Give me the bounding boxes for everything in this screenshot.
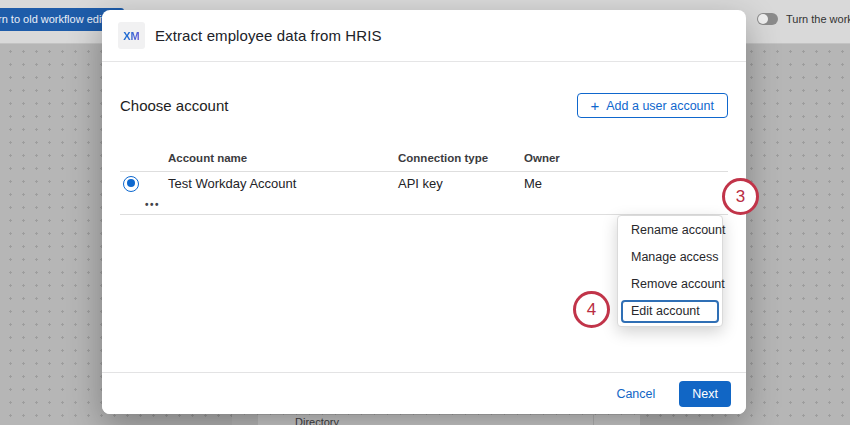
header-owner: Owner [524,152,728,164]
plus-icon: + [591,98,600,113]
directory-label: Directory [295,416,339,425]
annotation-step-4: 4 [573,291,610,328]
xm-logo: XM [118,22,145,49]
modal-title: Extract employee data from HRIS [155,27,382,44]
menu-item-rename-account[interactable]: Rename account [618,217,722,244]
menu-item-edit-account[interactable]: Edit account [621,300,719,323]
table-row[interactable]: Test Workday Account API key Me••• [120,172,728,215]
background-panel-fragment [232,415,258,425]
header-account-name: Account name [168,152,398,164]
extract-hris-modal: XM Extract employee data from HRIS Choos… [102,10,746,414]
accounts-table: Account name Connection type Owner Test … [120,144,728,215]
workflow-toggle[interactable] [757,13,778,25]
background-directory-panel: Directory [258,415,640,425]
cell-owner: Me [524,176,728,191]
add-user-account-label: Add a user account [606,99,714,113]
cell-connection-type: API key [398,176,524,191]
xm-logo-text: XM [123,30,140,42]
cell-account-name: Test Workday Account [168,176,398,191]
annotation-step-3: 3 [722,178,759,215]
row-more-options-button[interactable]: ••• [145,199,160,210]
add-user-account-button[interactable]: + Add a user account [577,93,728,118]
modal-body: Choose account + Add a user account Acco… [102,93,746,215]
modal-footer: Cancel Next [102,372,746,414]
menu-item-remove-account[interactable]: Remove account [618,271,722,298]
header-connection-type: Connection type [398,152,524,164]
account-radio-selected[interactable] [123,176,139,192]
workflow-toggle-label: Turn the work [786,13,850,25]
workflow-toggle-group: Turn the work [757,13,850,25]
panel-divider [593,415,594,425]
choose-account-title: Choose account [120,97,228,114]
cancel-button[interactable]: Cancel [616,387,655,401]
accounts-table-header: Account name Connection type Owner [120,144,728,172]
account-options-menu: Rename account Manage access Remove acco… [617,215,723,327]
menu-item-manage-access[interactable]: Manage access [618,244,722,271]
modal-header: XM Extract employee data from HRIS [102,10,746,62]
next-button[interactable]: Next [679,381,731,407]
screen: rn to old workflow editor Turn the work … [0,0,850,425]
toggle-knob-icon [758,14,768,24]
